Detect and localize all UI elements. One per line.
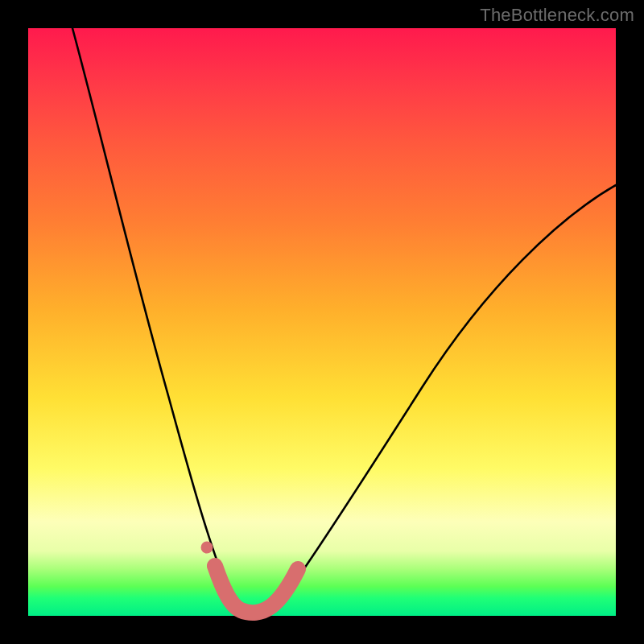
chart-svg bbox=[28, 28, 616, 616]
optimal-band-accent bbox=[215, 566, 298, 613]
plot-area bbox=[28, 28, 616, 616]
bottleneck-curve bbox=[72, 28, 616, 613]
chart-frame: TheBottleneck.com bbox=[0, 0, 644, 644]
watermark-text: TheBottleneck.com bbox=[480, 5, 634, 26]
marker-dot bbox=[201, 542, 213, 554]
